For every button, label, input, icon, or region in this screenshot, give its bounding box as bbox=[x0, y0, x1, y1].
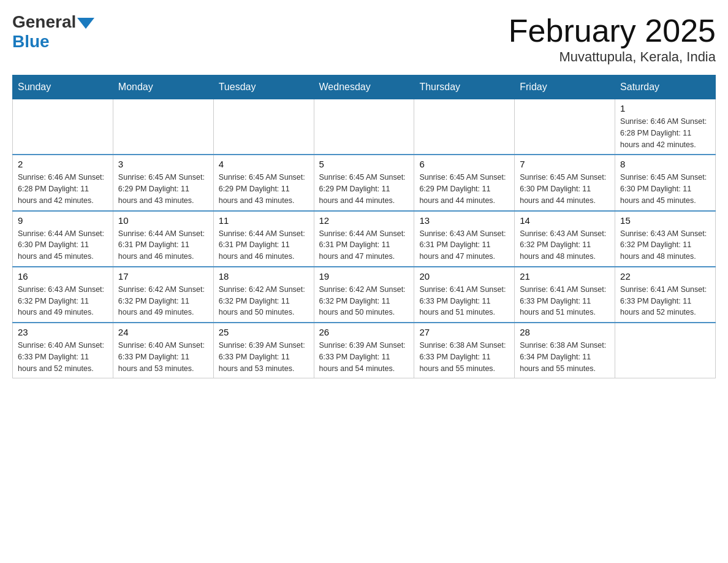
day-info: Sunrise: 6:43 AM Sunset: 6:31 PM Dayligh… bbox=[419, 228, 509, 262]
day-info: Sunrise: 6:44 AM Sunset: 6:30 PM Dayligh… bbox=[18, 228, 108, 262]
day-number: 25 bbox=[219, 327, 309, 337]
calendar-day-cell: 4Sunrise: 6:45 AM Sunset: 6:29 PM Daylig… bbox=[213, 155, 314, 210]
calendar-day-cell: 18Sunrise: 6:42 AM Sunset: 6:32 PM Dayli… bbox=[213, 267, 314, 323]
day-header-friday: Friday bbox=[515, 75, 615, 99]
day-number: 8 bbox=[620, 159, 710, 169]
calendar-day-cell: 21Sunrise: 6:41 AM Sunset: 6:33 PM Dayli… bbox=[515, 267, 615, 323]
calendar-week-row: 1Sunrise: 6:46 AM Sunset: 6:28 PM Daylig… bbox=[13, 99, 716, 155]
day-info: Sunrise: 6:44 AM Sunset: 6:31 PM Dayligh… bbox=[219, 228, 309, 262]
calendar-day-cell: 11Sunrise: 6:44 AM Sunset: 6:31 PM Dayli… bbox=[213, 211, 314, 267]
day-info: Sunrise: 6:40 AM Sunset: 6:33 PM Dayligh… bbox=[18, 340, 108, 374]
day-info: Sunrise: 6:46 AM Sunset: 6:28 PM Dayligh… bbox=[620, 116, 710, 150]
month-title: February 2025 bbox=[509, 12, 716, 49]
calendar-day-cell bbox=[615, 323, 716, 378]
day-number: 2 bbox=[18, 159, 108, 169]
calendar-day-cell: 16Sunrise: 6:43 AM Sunset: 6:32 PM Dayli… bbox=[13, 267, 113, 323]
day-info: Sunrise: 6:41 AM Sunset: 6:33 PM Dayligh… bbox=[620, 284, 710, 318]
day-number: 15 bbox=[620, 215, 710, 226]
calendar-header-row: SundayMondayTuesdayWednesdayThursdayFrid… bbox=[13, 75, 716, 99]
calendar-day-cell: 6Sunrise: 6:45 AM Sunset: 6:29 PM Daylig… bbox=[414, 155, 515, 210]
day-number: 27 bbox=[419, 327, 509, 337]
day-header-tuesday: Tuesday bbox=[213, 75, 314, 99]
day-info: Sunrise: 6:45 AM Sunset: 6:29 PM Dayligh… bbox=[219, 172, 309, 206]
day-info: Sunrise: 6:45 AM Sunset: 6:29 PM Dayligh… bbox=[118, 172, 208, 206]
calendar-day-cell bbox=[515, 99, 615, 155]
calendar-day-cell: 14Sunrise: 6:43 AM Sunset: 6:32 PM Dayli… bbox=[515, 211, 615, 267]
day-info: Sunrise: 6:38 AM Sunset: 6:34 PM Dayligh… bbox=[520, 340, 610, 374]
day-number: 10 bbox=[118, 215, 208, 226]
day-info: Sunrise: 6:45 AM Sunset: 6:29 PM Dayligh… bbox=[319, 172, 409, 206]
day-info: Sunrise: 6:45 AM Sunset: 6:30 PM Dayligh… bbox=[520, 172, 610, 206]
day-number: 1 bbox=[620, 103, 710, 113]
day-number: 7 bbox=[520, 159, 610, 169]
calendar-day-cell: 19Sunrise: 6:42 AM Sunset: 6:32 PM Dayli… bbox=[314, 267, 414, 323]
calendar-day-cell: 5Sunrise: 6:45 AM Sunset: 6:29 PM Daylig… bbox=[314, 155, 414, 210]
day-number: 6 bbox=[419, 159, 509, 169]
calendar-day-cell: 9Sunrise: 6:44 AM Sunset: 6:30 PM Daylig… bbox=[13, 211, 113, 267]
calendar-week-row: 23Sunrise: 6:40 AM Sunset: 6:33 PM Dayli… bbox=[13, 323, 716, 378]
day-header-saturday: Saturday bbox=[615, 75, 716, 99]
calendar-day-cell: 7Sunrise: 6:45 AM Sunset: 6:30 PM Daylig… bbox=[515, 155, 615, 210]
title-section: February 2025 Muvattupula, Kerala, India bbox=[509, 12, 716, 65]
day-number: 4 bbox=[219, 159, 309, 169]
day-header-wednesday: Wednesday bbox=[314, 75, 414, 99]
day-info: Sunrise: 6:42 AM Sunset: 6:32 PM Dayligh… bbox=[118, 284, 208, 318]
day-info: Sunrise: 6:43 AM Sunset: 6:32 PM Dayligh… bbox=[520, 228, 610, 262]
day-number: 19 bbox=[319, 271, 409, 282]
calendar-day-cell: 3Sunrise: 6:45 AM Sunset: 6:29 PM Daylig… bbox=[113, 155, 213, 210]
day-info: Sunrise: 6:39 AM Sunset: 6:33 PM Dayligh… bbox=[319, 340, 409, 374]
calendar-week-row: 9Sunrise: 6:44 AM Sunset: 6:30 PM Daylig… bbox=[13, 211, 716, 267]
calendar-day-cell: 10Sunrise: 6:44 AM Sunset: 6:31 PM Dayli… bbox=[113, 211, 213, 267]
day-info: Sunrise: 6:46 AM Sunset: 6:28 PM Dayligh… bbox=[18, 172, 108, 206]
day-header-thursday: Thursday bbox=[414, 75, 515, 99]
day-info: Sunrise: 6:42 AM Sunset: 6:32 PM Dayligh… bbox=[219, 284, 309, 318]
day-number: 3 bbox=[118, 159, 208, 169]
calendar-week-row: 2Sunrise: 6:46 AM Sunset: 6:28 PM Daylig… bbox=[13, 155, 716, 210]
calendar-day-cell: 17Sunrise: 6:42 AM Sunset: 6:32 PM Dayli… bbox=[113, 267, 213, 323]
calendar-day-cell bbox=[113, 99, 213, 155]
day-info: Sunrise: 6:43 AM Sunset: 6:32 PM Dayligh… bbox=[18, 284, 108, 318]
page-header: General Blue February 2025 Muvattupula, … bbox=[12, 12, 716, 65]
day-info: Sunrise: 6:44 AM Sunset: 6:31 PM Dayligh… bbox=[319, 228, 409, 262]
day-number: 17 bbox=[118, 271, 208, 282]
calendar-day-cell bbox=[414, 99, 515, 155]
day-number: 24 bbox=[118, 327, 208, 337]
calendar-day-cell: 2Sunrise: 6:46 AM Sunset: 6:28 PM Daylig… bbox=[13, 155, 113, 210]
day-number: 21 bbox=[520, 271, 610, 282]
calendar-day-cell bbox=[13, 99, 113, 155]
day-info: Sunrise: 6:39 AM Sunset: 6:33 PM Dayligh… bbox=[219, 340, 309, 374]
logo-blue-text: Blue bbox=[12, 32, 50, 52]
calendar-day-cell: 8Sunrise: 6:45 AM Sunset: 6:30 PM Daylig… bbox=[615, 155, 716, 210]
day-header-monday: Monday bbox=[113, 75, 213, 99]
day-number: 5 bbox=[319, 159, 409, 169]
calendar-day-cell: 23Sunrise: 6:40 AM Sunset: 6:33 PM Dayli… bbox=[13, 323, 113, 378]
logo-triangle-icon bbox=[77, 18, 94, 29]
calendar-table: SundayMondayTuesdayWednesdayThursdayFrid… bbox=[12, 75, 716, 378]
logo-general-text: General bbox=[12, 12, 76, 32]
day-number: 22 bbox=[620, 271, 710, 282]
day-info: Sunrise: 6:42 AM Sunset: 6:32 PM Dayligh… bbox=[319, 284, 409, 318]
day-number: 26 bbox=[319, 327, 409, 337]
day-number: 13 bbox=[419, 215, 509, 226]
calendar-day-cell: 25Sunrise: 6:39 AM Sunset: 6:33 PM Dayli… bbox=[213, 323, 314, 378]
day-header-sunday: Sunday bbox=[13, 75, 113, 99]
day-info: Sunrise: 6:45 AM Sunset: 6:30 PM Dayligh… bbox=[620, 172, 710, 206]
calendar-day-cell: 15Sunrise: 6:43 AM Sunset: 6:32 PM Dayli… bbox=[615, 211, 716, 267]
calendar-day-cell: 12Sunrise: 6:44 AM Sunset: 6:31 PM Dayli… bbox=[314, 211, 414, 267]
day-info: Sunrise: 6:44 AM Sunset: 6:31 PM Dayligh… bbox=[118, 228, 208, 262]
day-info: Sunrise: 6:40 AM Sunset: 6:33 PM Dayligh… bbox=[118, 340, 208, 374]
day-info: Sunrise: 6:41 AM Sunset: 6:33 PM Dayligh… bbox=[520, 284, 610, 318]
calendar-day-cell bbox=[314, 99, 414, 155]
logo: General Blue bbox=[12, 12, 96, 52]
calendar-day-cell bbox=[213, 99, 314, 155]
day-number: 18 bbox=[219, 271, 309, 282]
day-info: Sunrise: 6:45 AM Sunset: 6:29 PM Dayligh… bbox=[419, 172, 509, 206]
location-title: Muvattupula, Kerala, India bbox=[509, 49, 716, 65]
day-number: 20 bbox=[419, 271, 509, 282]
calendar-day-cell: 20Sunrise: 6:41 AM Sunset: 6:33 PM Dayli… bbox=[414, 267, 515, 323]
calendar-day-cell: 26Sunrise: 6:39 AM Sunset: 6:33 PM Dayli… bbox=[314, 323, 414, 378]
day-number: 23 bbox=[18, 327, 108, 337]
calendar-day-cell: 1Sunrise: 6:46 AM Sunset: 6:28 PM Daylig… bbox=[615, 99, 716, 155]
day-info: Sunrise: 6:38 AM Sunset: 6:33 PM Dayligh… bbox=[419, 340, 509, 374]
calendar-day-cell: 28Sunrise: 6:38 AM Sunset: 6:34 PM Dayli… bbox=[515, 323, 615, 378]
